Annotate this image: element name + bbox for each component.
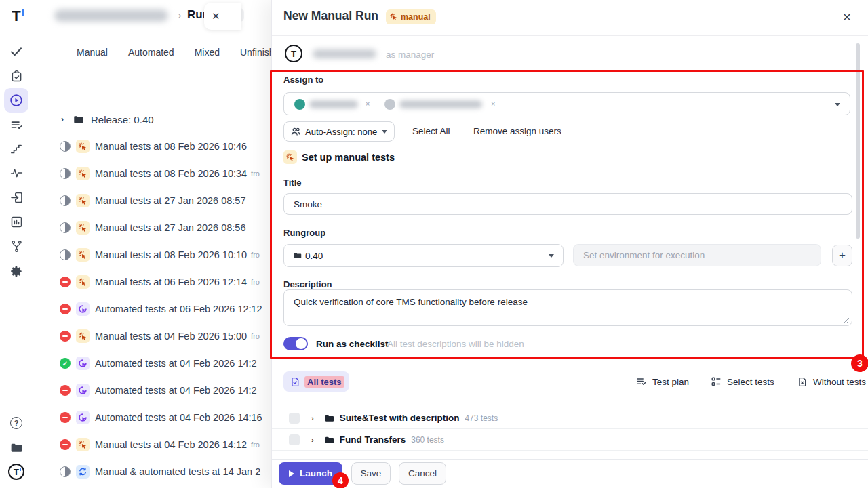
sidebar-item-milestones[interactable]: [4, 137, 28, 161]
run-status-icon: [60, 358, 71, 369]
run-type-icon: [76, 438, 90, 451]
runs-filter-tabs: Manual Automated Mixed Unfinished: [33, 39, 271, 65]
save-button[interactable]: Save: [351, 462, 391, 485]
play-circle-icon: [9, 93, 24, 108]
chevron-right-icon[interactable]: ›: [61, 115, 64, 124]
run-type-icon: [76, 221, 90, 235]
close-panel-button[interactable]: ✕: [204, 3, 241, 30]
suite-name: Fund Transfers: [340, 434, 406, 445]
projects-button[interactable]: [4, 435, 28, 460]
run-list-item[interactable]: Manual tests at 27 Jan 2026 08:56: [33, 214, 271, 241]
run-title: Manual tests at 06 Feb 2026 12:14: [95, 277, 247, 287]
run-status-icon: [60, 439, 71, 450]
run-title: Manual tests at 08 Feb 2026 10:34: [95, 168, 247, 179]
run-type-badge: manual: [386, 9, 436, 24]
suite-test-count: 473 tests: [465, 413, 498, 423]
tab-unfinished[interactable]: Unfinished: [240, 47, 271, 58]
sidebar-item-test-plans[interactable]: [4, 64, 28, 88]
play-icon: [289, 470, 294, 477]
run-list-item[interactable]: Automated tests at 04 Feb 2026 14:16: [33, 404, 271, 431]
clipboard-check-icon: [9, 69, 24, 83]
list-check-icon: [9, 118, 24, 132]
run-status-icon: [60, 331, 71, 342]
runs-panel: › Runs 342 Manual Automated Mixed Unfini…: [33, 0, 271, 488]
chevron-right-icon[interactable]: ›: [311, 436, 314, 444]
run-title: Manual & automated tests at 14 Jan 2: [95, 466, 260, 477]
gear-icon: [9, 264, 24, 279]
run-list-item[interactable]: Manual tests at 04 Feb 2026 15:00 fro: [33, 323, 271, 350]
annotation-step-badge: 4: [332, 472, 349, 488]
tab-select-tests[interactable]: Select tests: [711, 371, 774, 392]
run-title: Manual tests at 04 Feb 2026 14:12: [95, 439, 247, 450]
sidebar-item-branches[interactable]: [4, 234, 28, 258]
steps-icon: [9, 142, 23, 156]
run-list-item[interactable]: Manual tests at 04 Feb 2026 14:12 fro: [33, 431, 271, 458]
run-type-icon: [76, 194, 90, 207]
release-group-row[interactable]: › Release: 0.40: [33, 106, 271, 133]
check-icon: [9, 44, 24, 59]
run-title: Automated tests at 06 Feb 2026 12:12: [95, 304, 262, 314]
run-list-item[interactable]: Manual tests at 27 Jan 2026 08:57: [33, 187, 271, 214]
sidebar-item-runs[interactable]: [4, 88, 28, 113]
breadcrumb-project-redacted[interactable]: [54, 9, 168, 22]
suite-name: Suite&Test with description: [340, 413, 460, 423]
sidebar-item-reports[interactable]: [4, 209, 28, 234]
run-type-icon: [76, 167, 90, 180]
run-title: Automated tests at 04 Feb 2026 14:2: [95, 358, 257, 369]
testomat-logo-icon: T: [12, 9, 20, 24]
run-list-item[interactable]: Automated tests at 04 Feb 2026 14:2: [33, 350, 271, 377]
run-type-icon: [76, 248, 90, 262]
run-title: Manual tests at 08 Feb 2026 10:10: [95, 249, 247, 260]
launch-label: Launch: [300, 468, 332, 479]
testomat-logo-icon: T: [8, 464, 24, 480]
sidebar-item-checklists[interactable]: [4, 113, 28, 137]
sidebar-item-activity[interactable]: [4, 161, 28, 185]
sidebar-item-imports[interactable]: [4, 185, 28, 209]
divider: [33, 66, 271, 66]
tab-automated[interactable]: Automated: [128, 47, 174, 58]
sidebar-item-settings[interactable]: [4, 259, 28, 283]
suite-row[interactable]: › Fund Transfers 360 tests: [272, 429, 868, 451]
tab-test-plan[interactable]: Test plan: [636, 371, 689, 392]
run-status-icon: [60, 168, 71, 179]
suite-test-count: 360 tests: [411, 435, 444, 445]
run-list-item[interactable]: Manual tests at 06 Feb 2026 12:14 fro: [33, 268, 271, 296]
manual-run-icon: [390, 13, 398, 21]
tab-without-tests[interactable]: Without tests: [797, 371, 866, 392]
run-status-icon: [60, 249, 71, 260]
suite-row[interactable]: › Suite&Test with description 473 tests: [272, 407, 868, 429]
app-logo[interactable]: T: [4, 4, 28, 28]
app-root: T ?: [0, 0, 868, 488]
tab-all-tests[interactable]: All tests: [283, 371, 349, 392]
doc-x-icon: [797, 377, 808, 387]
folder-icon: [9, 441, 24, 455]
run-list-item[interactable]: Manual tests at 08 Feb 2026 10:46: [33, 133, 271, 160]
sidebar-item-tests[interactable]: [4, 39, 28, 64]
suite-checkbox[interactable]: [289, 434, 300, 445]
run-type-icon: [76, 465, 90, 479]
annotation-rectangle: [270, 70, 864, 359]
help-button[interactable]: ?: [4, 411, 28, 435]
step-number: 4: [338, 475, 343, 486]
owner-avatar: T: [285, 45, 302, 62]
run-list-item[interactable]: Automated tests at 04 Feb 2026 14:2: [33, 377, 271, 404]
folder-icon: [324, 413, 335, 424]
account-avatar[interactable]: T: [4, 460, 28, 484]
modal-close-button[interactable]: ✕: [839, 9, 855, 25]
chevron-right-icon[interactable]: ›: [311, 414, 314, 422]
sidebar: T ?: [0, 0, 33, 488]
suite-checkbox[interactable]: [289, 413, 300, 424]
cancel-button[interactable]: Cancel: [399, 462, 446, 485]
run-list-item[interactable]: Automated tests at 06 Feb 2026 12:12: [33, 296, 271, 323]
checklist-icon: [711, 376, 722, 387]
modal-title: New Manual Run: [283, 9, 378, 23]
run-title-suffix: fro: [251, 251, 260, 259]
run-list-item[interactable]: Manual tests at 08 Feb 2026 10:10 fro: [33, 241, 271, 268]
run-list-item[interactable]: Manual & automated tests at 14 Jan 2: [33, 458, 271, 485]
tab-manual[interactable]: Manual: [77, 47, 108, 58]
run-list-item[interactable]: Manual tests at 08 Feb 2026 10:34 fro: [33, 160, 271, 187]
doc-check-icon: [290, 377, 300, 387]
owner-role: as manager: [386, 49, 434, 60]
run-title: Manual tests at 27 Jan 2026 08:57: [95, 195, 246, 206]
tab-mixed[interactable]: Mixed: [195, 47, 220, 58]
